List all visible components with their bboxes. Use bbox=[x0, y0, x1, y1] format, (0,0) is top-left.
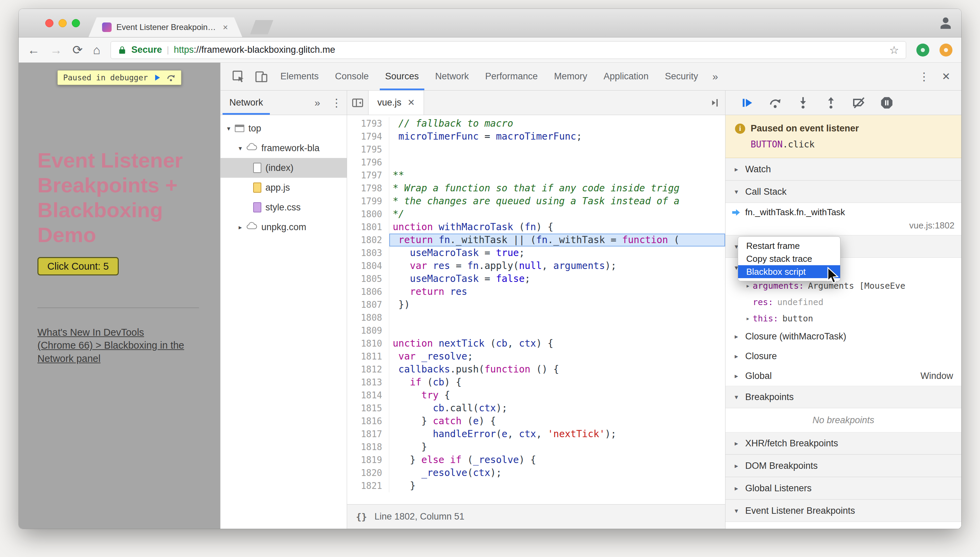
menu-item-copy-stack-trace[interactable]: Copy stack trace bbox=[738, 252, 840, 265]
section-global-listeners[interactable]: ▸ Global Listeners bbox=[725, 477, 961, 500]
back-icon[interactable]: ← bbox=[28, 44, 40, 56]
extension-icon-1[interactable] bbox=[917, 44, 929, 57]
line-number[interactable]: 1815 bbox=[347, 402, 389, 415]
address-bar[interactable]: Secure | https://framework-blackboxing.g… bbox=[110, 41, 906, 59]
line-number[interactable]: 1806 bbox=[347, 285, 389, 298]
resume-script-icon[interactable] bbox=[740, 96, 754, 110]
scope-var-res[interactable]: res: undefined bbox=[725, 294, 961, 310]
section-event-listener-breakpoints[interactable]: ▾ Event Listener Breakpoints bbox=[725, 500, 961, 522]
window-zoom-icon[interactable] bbox=[72, 19, 80, 27]
line-number[interactable]: 1807 bbox=[347, 298, 389, 311]
code-line: 1800*/ bbox=[347, 208, 725, 221]
deactivate-breakpoints-icon[interactable] bbox=[852, 96, 866, 110]
tree-item-domain[interactable]: ▾ framework-bla bbox=[221, 138, 347, 158]
section-call-stack[interactable]: ▾ Call Stack bbox=[725, 181, 961, 203]
reload-icon[interactable]: ⟳ bbox=[73, 44, 83, 56]
line-number[interactable]: 1821 bbox=[347, 479, 389, 492]
pause-on-exceptions-icon[interactable] bbox=[880, 96, 894, 110]
tree-item-unpkg[interactable]: ▸ unpkg.com bbox=[221, 217, 347, 237]
line-number[interactable]: 1802 bbox=[347, 234, 389, 246]
tree-item-stylecss[interactable]: style.css bbox=[221, 197, 347, 217]
tab-sources[interactable]: Sources bbox=[377, 63, 427, 90]
line-number[interactable]: 1810 bbox=[347, 337, 389, 350]
line-number[interactable]: 1805 bbox=[347, 272, 389, 285]
tab-application[interactable]: Application bbox=[595, 63, 657, 90]
editor-tab-vuejs[interactable]: vue.js ✕ bbox=[368, 91, 424, 115]
scope-closure[interactable]: ▸ Closure bbox=[725, 346, 961, 366]
devtools-close-icon[interactable]: ✕ bbox=[937, 70, 955, 82]
window-minimize-icon[interactable] bbox=[58, 19, 67, 27]
profile-icon[interactable] bbox=[939, 16, 952, 31]
click-count-button[interactable]: Click Count: 5 bbox=[37, 257, 119, 275]
line-number[interactable]: 1800 bbox=[347, 208, 389, 221]
section-xhr-breakpoints[interactable]: ▸ XHR/fetch Breakpoints bbox=[725, 432, 961, 454]
step-into-icon[interactable] bbox=[796, 96, 810, 110]
window-close-icon[interactable] bbox=[45, 19, 54, 27]
scope-global[interactable]: ▸ Global Window bbox=[725, 366, 961, 386]
code-area[interactable]: 1793 // fallback to macro1794 microTimer… bbox=[347, 115, 725, 504]
section-breakpoints[interactable]: ▾ Breakpoints bbox=[725, 386, 961, 408]
line-number[interactable]: 1817 bbox=[347, 428, 389, 441]
step-out-icon[interactable] bbox=[824, 96, 838, 110]
tree-item-top[interactable]: ▾ top bbox=[221, 119, 347, 138]
toggle-debugger-sidebar-icon[interactable] bbox=[704, 98, 725, 108]
editor-tab-close-icon[interactable]: ✕ bbox=[408, 98, 415, 108]
line-number[interactable]: 1811 bbox=[347, 350, 389, 363]
navigator-tab-network[interactable]: Network bbox=[221, 91, 272, 115]
line-number[interactable]: 1814 bbox=[347, 389, 389, 402]
navigator-more-tabs-icon[interactable]: » bbox=[308, 97, 326, 109]
line-number[interactable]: 1798 bbox=[347, 182, 389, 195]
line-number[interactable]: 1796 bbox=[347, 156, 389, 169]
line-number[interactable]: 1818 bbox=[347, 441, 389, 453]
line-number[interactable]: 1820 bbox=[347, 466, 389, 479]
forward-icon[interactable]: → bbox=[50, 44, 62, 56]
tab-performance[interactable]: Performance bbox=[477, 63, 546, 90]
tree-item-index[interactable]: (index) bbox=[221, 158, 347, 178]
line-number[interactable]: 1799 bbox=[347, 195, 389, 208]
line-number[interactable]: 1813 bbox=[347, 376, 389, 389]
extension-icon-2[interactable] bbox=[939, 44, 952, 57]
line-number[interactable]: 1808 bbox=[347, 311, 389, 324]
tree-item-appjs[interactable]: app.js bbox=[221, 178, 347, 197]
line-number[interactable]: 1794 bbox=[347, 130, 389, 143]
tab-network[interactable]: Network bbox=[427, 63, 477, 90]
navigator-menu-icon[interactable]: ⋮ bbox=[326, 96, 347, 109]
section-watch[interactable]: ▸ Watch bbox=[725, 158, 961, 181]
scope-var-this[interactable]: ▸ this: button bbox=[725, 310, 961, 326]
frame-location[interactable]: vue.js:1802 bbox=[731, 220, 954, 231]
home-icon[interactable]: ⌂ bbox=[93, 44, 101, 56]
hide-navigator-icon[interactable] bbox=[347, 98, 368, 108]
line-number[interactable]: 1804 bbox=[347, 259, 389, 272]
line-number[interactable]: 1801 bbox=[347, 221, 389, 234]
line-number[interactable]: 1793 bbox=[347, 117, 389, 130]
tab-elements[interactable]: Elements bbox=[272, 63, 327, 90]
banner-resume-icon[interactable] bbox=[153, 73, 162, 82]
line-number[interactable]: 1803 bbox=[347, 246, 389, 259]
line-number[interactable]: 1816 bbox=[347, 415, 389, 428]
browser-tab[interactable]: Event Listener Breakpoints + B × bbox=[88, 17, 242, 37]
menu-item-restart-frame[interactable]: Restart frame bbox=[738, 239, 840, 252]
line-number[interactable]: 1809 bbox=[347, 324, 389, 337]
tab-security[interactable]: Security bbox=[657, 63, 706, 90]
step-over-icon[interactable] bbox=[768, 96, 782, 110]
line-number[interactable]: 1812 bbox=[347, 363, 389, 376]
tab-close-icon[interactable]: × bbox=[222, 22, 229, 33]
bookmark-star-icon[interactable]: ☆ bbox=[889, 44, 899, 57]
line-number[interactable]: 1797 bbox=[347, 169, 389, 182]
line-number[interactable]: 1819 bbox=[347, 453, 389, 466]
new-tab-button[interactable] bbox=[250, 20, 273, 34]
frame-icon bbox=[235, 125, 244, 132]
tab-memory[interactable]: Memory bbox=[546, 63, 595, 90]
devtools-menu-icon[interactable]: ⋮ bbox=[914, 70, 935, 83]
banner-step-over-icon[interactable] bbox=[166, 73, 176, 82]
scope-closure-withmacrotask[interactable]: ▸ Closure (withMacroTask) bbox=[725, 326, 961, 346]
tab-console[interactable]: Console bbox=[327, 63, 377, 90]
menu-item-blackbox-script[interactable]: Blackbox script bbox=[738, 265, 840, 278]
line-number[interactable]: 1795 bbox=[347, 143, 389, 156]
device-toolbar-icon[interactable] bbox=[250, 70, 272, 83]
more-tabs-icon[interactable]: » bbox=[706, 71, 724, 82]
inspect-element-icon[interactable] bbox=[227, 70, 250, 83]
page-link[interactable]: What's New In DevTools (Chrome 66) > Bla… bbox=[37, 326, 199, 366]
call-stack-frame[interactable]: fn._withTask.fn._withTask vue.js:1802 bbox=[725, 203, 961, 235]
section-dom-breakpoints[interactable]: ▸ DOM Breakpoints bbox=[725, 454, 961, 477]
